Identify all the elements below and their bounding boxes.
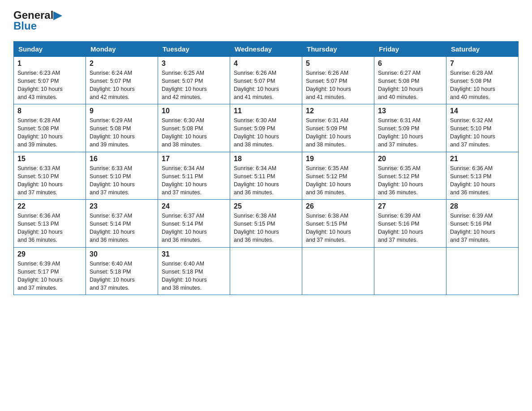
day-info: Sunrise: 6:32 AMSunset: 5:10 PMDaylight:… bbox=[450, 117, 495, 148]
day-info: Sunrise: 6:39 AMSunset: 5:17 PMDaylight:… bbox=[17, 261, 63, 291]
day-number: 6 bbox=[378, 60, 442, 68]
day-number: 19 bbox=[306, 155, 370, 163]
calendar-cell: 28 Sunrise: 6:39 AMSunset: 5:16 PMDaylig… bbox=[446, 200, 519, 248]
calendar-week-row: 15 Sunrise: 6:33 AMSunset: 5:10 PMDaylig… bbox=[14, 152, 519, 200]
day-number: 25 bbox=[234, 202, 298, 210]
calendar-cell: 15 Sunrise: 6:33 AMSunset: 5:10 PMDaylig… bbox=[14, 152, 86, 200]
day-info: Sunrise: 6:31 AMSunset: 5:09 PMDaylight:… bbox=[378, 117, 423, 148]
day-info: Sunrise: 6:25 AMSunset: 5:07 PMDaylight:… bbox=[162, 70, 207, 100]
calendar-cell: 1 Sunrise: 6:23 AMSunset: 5:07 PMDayligh… bbox=[14, 56, 86, 104]
calendar-cell: 12 Sunrise: 6:31 AMSunset: 5:09 PMDaylig… bbox=[302, 104, 374, 152]
calendar-cell bbox=[374, 247, 446, 295]
day-number: 30 bbox=[90, 250, 154, 258]
calendar-cell bbox=[302, 247, 374, 295]
calendar-cell bbox=[230, 247, 302, 295]
calendar-cell: 3 Sunrise: 6:25 AMSunset: 5:07 PMDayligh… bbox=[158, 56, 230, 104]
calendar-cell: 20 Sunrise: 6:35 AMSunset: 5:12 PMDaylig… bbox=[374, 152, 446, 200]
day-info: Sunrise: 6:40 AMSunset: 5:18 PMDaylight:… bbox=[90, 261, 135, 291]
day-number: 18 bbox=[234, 155, 298, 163]
calendar-cell: 18 Sunrise: 6:34 AMSunset: 5:11 PMDaylig… bbox=[230, 152, 302, 200]
day-number: 29 bbox=[17, 250, 82, 258]
day-info: Sunrise: 6:38 AMSunset: 5:15 PMDaylight:… bbox=[306, 213, 351, 243]
day-info: Sunrise: 6:34 AMSunset: 5:11 PMDaylight:… bbox=[234, 165, 279, 196]
calendar-cell: 9 Sunrise: 6:29 AMSunset: 5:08 PMDayligh… bbox=[86, 104, 158, 152]
day-info: Sunrise: 6:27 AMSunset: 5:08 PMDaylight:… bbox=[378, 70, 423, 100]
day-info: Sunrise: 6:23 AMSunset: 5:07 PMDaylight:… bbox=[17, 70, 63, 100]
day-info: Sunrise: 6:26 AMSunset: 5:07 PMDaylight:… bbox=[234, 70, 279, 100]
day-number: 9 bbox=[90, 107, 154, 115]
calendar-week-row: 8 Sunrise: 6:28 AMSunset: 5:08 PMDayligh… bbox=[14, 104, 519, 152]
calendar-cell: 31 Sunrise: 6:40 AMSunset: 5:18 PMDaylig… bbox=[158, 247, 230, 295]
calendar-cell: 6 Sunrise: 6:27 AMSunset: 5:08 PMDayligh… bbox=[374, 56, 446, 104]
calendar-week-row: 22 Sunrise: 6:36 AMSunset: 5:13 PMDaylig… bbox=[14, 200, 519, 248]
calendar-table: SundayMondayTuesdayWednesdayThursdayFrid… bbox=[13, 41, 519, 295]
day-number: 26 bbox=[306, 202, 370, 210]
col-header-thursday: Thursday bbox=[302, 41, 374, 56]
calendar-cell: 11 Sunrise: 6:30 AMSunset: 5:09 PMDaylig… bbox=[230, 104, 302, 152]
calendar-cell: 30 Sunrise: 6:40 AMSunset: 5:18 PMDaylig… bbox=[86, 247, 158, 295]
calendar-cell: 23 Sunrise: 6:37 AMSunset: 5:14 PMDaylig… bbox=[86, 200, 158, 248]
calendar-cell: 27 Sunrise: 6:39 AMSunset: 5:16 PMDaylig… bbox=[374, 200, 446, 248]
day-number: 3 bbox=[162, 60, 226, 68]
calendar-cell bbox=[446, 247, 519, 295]
calendar-cell: 19 Sunrise: 6:35 AMSunset: 5:12 PMDaylig… bbox=[302, 152, 374, 200]
day-number: 28 bbox=[450, 202, 515, 210]
day-number: 16 bbox=[90, 155, 154, 163]
day-number: 27 bbox=[378, 202, 442, 210]
calendar-cell: 26 Sunrise: 6:38 AMSunset: 5:15 PMDaylig… bbox=[302, 200, 374, 248]
calendar-cell: 29 Sunrise: 6:39 AMSunset: 5:17 PMDaylig… bbox=[14, 247, 86, 295]
col-header-friday: Friday bbox=[374, 41, 446, 56]
calendar-cell: 5 Sunrise: 6:26 AMSunset: 5:07 PMDayligh… bbox=[302, 56, 374, 104]
day-number: 24 bbox=[162, 202, 226, 210]
day-number: 11 bbox=[234, 107, 298, 115]
calendar-cell: 21 Sunrise: 6:36 AMSunset: 5:13 PMDaylig… bbox=[446, 152, 519, 200]
logo: General▶ Blue bbox=[13, 9, 61, 32]
day-info: Sunrise: 6:38 AMSunset: 5:15 PMDaylight:… bbox=[234, 213, 279, 243]
day-number: 15 bbox=[17, 155, 82, 163]
calendar-cell: 16 Sunrise: 6:33 AMSunset: 5:10 PMDaylig… bbox=[86, 152, 158, 200]
logo-blue-text: Blue bbox=[13, 20, 61, 32]
col-header-monday: Monday bbox=[86, 41, 158, 56]
day-info: Sunrise: 6:28 AMSunset: 5:08 PMDaylight:… bbox=[450, 70, 495, 100]
calendar-cell: 8 Sunrise: 6:28 AMSunset: 5:08 PMDayligh… bbox=[14, 104, 86, 152]
calendar-cell: 14 Sunrise: 6:32 AMSunset: 5:10 PMDaylig… bbox=[446, 104, 519, 152]
day-number: 13 bbox=[378, 107, 442, 115]
day-number: 20 bbox=[378, 155, 442, 163]
day-number: 4 bbox=[234, 60, 298, 68]
col-header-tuesday: Tuesday bbox=[158, 41, 230, 56]
day-info: Sunrise: 6:28 AMSunset: 5:08 PMDaylight:… bbox=[17, 117, 63, 148]
calendar-cell: 24 Sunrise: 6:37 AMSunset: 5:14 PMDaylig… bbox=[158, 200, 230, 248]
day-number: 22 bbox=[17, 202, 82, 210]
calendar-cell: 7 Sunrise: 6:28 AMSunset: 5:08 PMDayligh… bbox=[446, 56, 519, 104]
day-info: Sunrise: 6:24 AMSunset: 5:07 PMDaylight:… bbox=[90, 70, 135, 100]
day-number: 31 bbox=[162, 250, 226, 258]
calendar-week-row: 29 Sunrise: 6:39 AMSunset: 5:17 PMDaylig… bbox=[14, 247, 519, 295]
day-info: Sunrise: 6:30 AMSunset: 5:08 PMDaylight:… bbox=[162, 117, 207, 148]
day-info: Sunrise: 6:36 AMSunset: 5:13 PMDaylight:… bbox=[450, 165, 495, 196]
day-info: Sunrise: 6:30 AMSunset: 5:09 PMDaylight:… bbox=[234, 117, 279, 148]
page-header: General▶ Blue bbox=[13, 9, 519, 32]
calendar-week-row: 1 Sunrise: 6:23 AMSunset: 5:07 PMDayligh… bbox=[14, 56, 519, 104]
day-number: 21 bbox=[450, 155, 515, 163]
day-info: Sunrise: 6:39 AMSunset: 5:16 PMDaylight:… bbox=[378, 213, 423, 243]
calendar-cell: 17 Sunrise: 6:34 AMSunset: 5:11 PMDaylig… bbox=[158, 152, 230, 200]
day-number: 2 bbox=[90, 60, 154, 68]
day-info: Sunrise: 6:35 AMSunset: 5:12 PMDaylight:… bbox=[306, 165, 351, 196]
day-info: Sunrise: 6:31 AMSunset: 5:09 PMDaylight:… bbox=[306, 117, 351, 148]
day-info: Sunrise: 6:33 AMSunset: 5:10 PMDaylight:… bbox=[90, 165, 135, 196]
day-number: 10 bbox=[162, 107, 226, 115]
col-header-saturday: Saturday bbox=[446, 41, 519, 56]
day-info: Sunrise: 6:37 AMSunset: 5:14 PMDaylight:… bbox=[90, 213, 135, 243]
calendar-header-row: SundayMondayTuesdayWednesdayThursdayFrid… bbox=[14, 41, 519, 56]
day-number: 12 bbox=[306, 107, 370, 115]
day-number: 1 bbox=[17, 60, 82, 68]
calendar-cell: 22 Sunrise: 6:36 AMSunset: 5:13 PMDaylig… bbox=[14, 200, 86, 248]
day-info: Sunrise: 6:26 AMSunset: 5:07 PMDaylight:… bbox=[306, 70, 351, 100]
day-number: 8 bbox=[17, 107, 82, 115]
day-number: 5 bbox=[306, 60, 370, 68]
day-info: Sunrise: 6:36 AMSunset: 5:13 PMDaylight:… bbox=[17, 213, 63, 243]
day-number: 7 bbox=[450, 60, 515, 68]
calendar-cell: 2 Sunrise: 6:24 AMSunset: 5:07 PMDayligh… bbox=[86, 56, 158, 104]
day-info: Sunrise: 6:33 AMSunset: 5:10 PMDaylight:… bbox=[17, 165, 63, 196]
day-info: Sunrise: 6:37 AMSunset: 5:14 PMDaylight:… bbox=[162, 213, 207, 243]
